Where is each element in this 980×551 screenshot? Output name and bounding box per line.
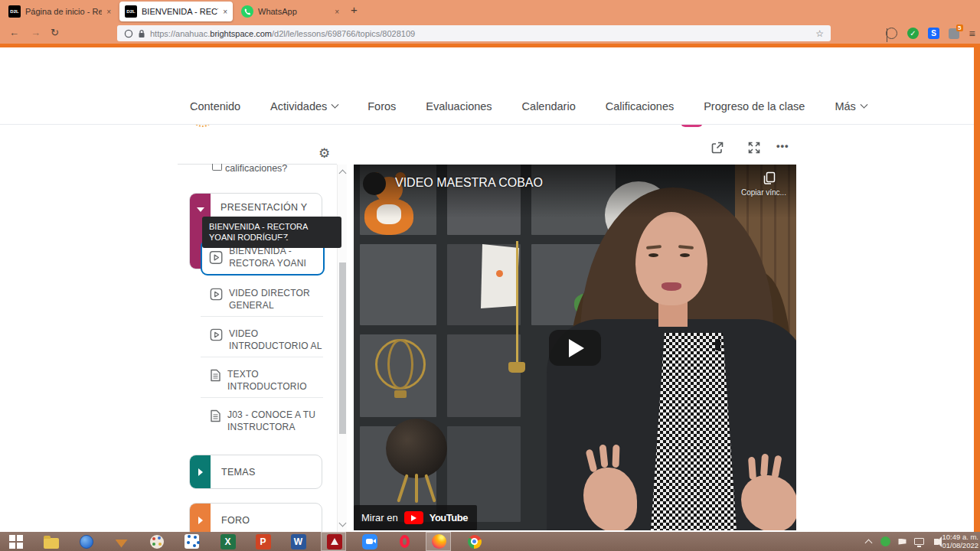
list-divider: [201, 316, 323, 317]
browser-tab-3[interactable]: WhatsApp ×: [236, 2, 345, 21]
clock-time: 10:49 a. m.: [940, 533, 978, 542]
section-expand-tab[interactable]: [190, 455, 211, 488]
globe: [386, 419, 447, 478]
watch-on-youtube-button[interactable]: Mirar en YouTube: [354, 505, 477, 530]
tab-close-icon[interactable]: ×: [335, 8, 339, 16]
new-tab-button[interactable]: +: [351, 3, 358, 16]
sidebar-item-label: VIDEO DIRECTOR GENERAL CAPACITAC: [229, 288, 322, 311]
windows-taskbar: X P W 10:49 a. m. 01/08/2022: [0, 532, 980, 551]
nav-calificaciones[interactable]: Calificaciones: [606, 100, 674, 112]
open-in-new-window-icon[interactable]: [710, 141, 724, 155]
brightspace-header: Anáhuac J-03 Taller: "Implementación de …: [0, 47, 974, 89]
sidebar-item-calificaciones-partial[interactable]: calificaciones?: [225, 163, 287, 174]
extension-check-icon[interactable]: ✓: [906, 27, 920, 40]
powerpoint-icon[interactable]: P: [255, 533, 271, 549]
module-label: PRESENTACIÓN Y: [220, 202, 307, 213]
chrome-icon[interactable]: [466, 533, 482, 549]
pocket-icon[interactable]: [885, 27, 898, 40]
back-button[interactable]: ←: [9, 27, 19, 38]
tooltip-arrow: [277, 238, 288, 244]
page-scrollbar[interactable]: [974, 47, 980, 532]
sidebar-item-texto-introductorio[interactable]: TEXTO INTRODUCTORIO: [210, 369, 325, 393]
browser-tab-1[interactable]: D2L Página de inicio - Red de Unive ×: [3, 2, 116, 21]
more-options-icon[interactable]: •••: [776, 140, 789, 152]
triangle-right-icon: [198, 468, 203, 476]
fullscreen-icon[interactable]: [747, 141, 761, 155]
bookmark-star-icon[interactable]: ☆: [815, 28, 824, 39]
opera-icon[interactable]: [397, 533, 413, 549]
nav-mas[interactable]: Más: [835, 100, 866, 112]
chevron-down-icon: [860, 100, 867, 108]
youtube-wordmark: YouTube: [430, 512, 468, 523]
scroll-up-icon[interactable]: [339, 170, 347, 178]
sidebar-item-conoce-instructora[interactable]: J03 - CONOCE A TU INSTRUCTORA: [210, 409, 325, 433]
taskbar-clock[interactable]: 10:49 a. m. 01/08/2022: [940, 533, 978, 549]
youtube-logo-icon: [404, 511, 423, 524]
zoom-icon[interactable]: [361, 533, 377, 549]
section-label: FORO: [221, 515, 250, 526]
nav-progreso[interactable]: Progreso de la clase: [704, 100, 805, 112]
geogebra-icon[interactable]: [184, 533, 200, 549]
youtube-video-player[interactable]: VIDEO MAESTRA COBAO Copiar vínc... Mirar…: [354, 165, 796, 530]
tab-title: BIENVENIDA - RECTORA YOANI: [142, 7, 218, 16]
play-icon: [569, 339, 584, 357]
word-icon[interactable]: W: [290, 533, 306, 549]
d2l-favicon-icon: D2L: [125, 5, 137, 18]
whatsapp-favicon-icon: [241, 5, 253, 18]
firefox-icon[interactable]: [431, 533, 447, 549]
permissions-icon[interactable]: [124, 29, 133, 38]
sidebar-item-label: VIDEO INTRODUCTORIO AL C: [229, 328, 322, 352]
chevron-down-icon: [332, 100, 339, 108]
sidebar-item-video-introductorio[interactable]: VIDEO INTRODUCTORIO AL C: [210, 328, 325, 352]
forward-button[interactable]: →: [31, 27, 41, 38]
clock-date: 01/08/2022: [940, 542, 978, 550]
nav-evaluaciones[interactable]: Evaluaciones: [426, 100, 492, 112]
copy-link-label[interactable]: Copiar vínc...: [741, 188, 786, 197]
tooltip: BIENVENIDA - RECTORA YOANI RODRÍGUEZ: [202, 217, 341, 248]
start-button-icon[interactable]: [8, 533, 24, 549]
video-play-icon: [210, 328, 223, 341]
document-icon: [210, 409, 221, 422]
tray-expand-icon[interactable]: [861, 533, 877, 549]
section-card-temas[interactable]: TEMAS: [189, 455, 322, 489]
reload-button[interactable]: ↻: [51, 27, 59, 38]
screen: D2L Página de inicio - Red de Unive × D2…: [0, 0, 980, 551]
menu-icon[interactable]: ≡: [965, 27, 978, 40]
paint-palette-icon[interactable]: [149, 533, 165, 549]
browser-toolbar: ← → ↻ https://anahuac.brightspace.com/d2…: [0, 23, 980, 44]
url-bar[interactable]: https://anahuac.brightspace.com/d2l/le/l…: [117, 25, 831, 41]
acrobat-icon[interactable]: [326, 533, 342, 549]
scrollbar-thumb[interactable]: [339, 262, 346, 434]
cleaner-broom-icon[interactable]: [113, 533, 129, 549]
tab-close-icon[interactable]: ×: [223, 8, 227, 16]
nav-actividades[interactable]: Actividades: [270, 100, 338, 112]
excel-icon[interactable]: X: [220, 533, 236, 549]
list-divider: [201, 397, 323, 398]
section-label: TEMAS: [221, 467, 256, 478]
sidebar-settings-gear-icon[interactable]: ⚙: [318, 145, 330, 161]
extension-badge-icon[interactable]: 5: [947, 27, 960, 40]
youtube-play-button[interactable]: [549, 330, 601, 366]
video-play-icon: [210, 288, 223, 301]
nav-foros[interactable]: Foros: [368, 100, 396, 112]
nav-calendario[interactable]: Calendario: [522, 100, 576, 112]
network-icon[interactable]: [911, 533, 927, 549]
scroll-down-icon[interactable]: [339, 520, 347, 527]
action-center-flag-icon[interactable]: [894, 533, 910, 549]
file-explorer-icon[interactable]: [43, 533, 59, 549]
url-text: https://anahuac.brightspace.com/d2l/le/l…: [150, 29, 415, 38]
video-title[interactable]: VIDEO MAESTRA COBAO: [395, 176, 543, 190]
video-top-gradient: [354, 165, 796, 218]
channel-avatar[interactable]: [363, 172, 386, 195]
course-navbar: Contenido Actividades Foros Evaluaciones…: [0, 89, 974, 125]
internet-globe-icon[interactable]: [78, 533, 94, 549]
nav-contenido[interactable]: Contenido: [190, 100, 240, 112]
sidebar-item-video-director[interactable]: VIDEO DIRECTOR GENERAL CAPACITAC: [210, 288, 325, 311]
copy-link-icon[interactable]: [761, 171, 776, 186]
browser-tab-2-active[interactable]: D2L BIENVENIDA - RECTORA YOANI ×: [119, 2, 233, 21]
extension-s-icon[interactable]: S: [927, 27, 940, 40]
tab-close-icon[interactable]: ×: [106, 8, 111, 16]
sidebar-item-label: TEXTO INTRODUCTORIO: [227, 369, 321, 393]
tray-app-icon[interactable]: [877, 533, 893, 549]
sidebar-item-label: BIENVENIDA - RECTORA YOANI ROD: [229, 246, 318, 269]
